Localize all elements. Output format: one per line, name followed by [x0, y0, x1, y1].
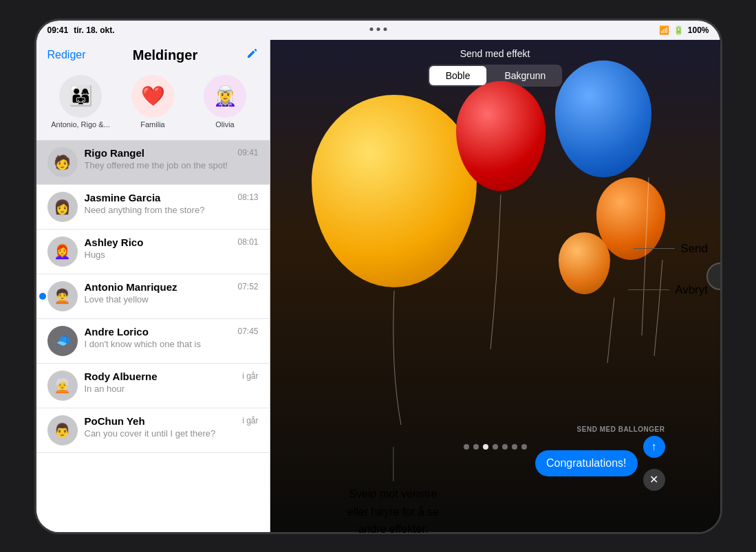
effect-tab-boble[interactable]: Boble [429, 66, 487, 85]
conv-preview-andre: I don't know which one that is [85, 339, 259, 349]
sidebar: Rediger Meldinger 👨‍👩‍👧 Antonio, Rigo [36, 40, 270, 532]
battery-pct: 100% [688, 25, 709, 35]
conv-time-jasmine: 08:13 [237, 192, 258, 202]
conv-avatar-rigo: 🧑 [47, 147, 78, 177]
conv-body-jasmine: Jasmine Garcia 08:13 Need anything from … [85, 192, 259, 215]
conversation-list: 🧑 Rigo Rangel 09:41 They offered me the … [36, 140, 270, 532]
status-right: 📶 🔋 100% [659, 25, 709, 35]
conv-name-pochun: PoChun Yeh [85, 415, 145, 427]
conv-top-jasmine: Jasmine Garcia 08:13 [85, 192, 259, 203]
avbryt-annotation-text: Avbryt [675, 283, 708, 297]
pinned-item-familia[interactable]: ❤️ Familia [122, 75, 184, 129]
dot-1 [464, 444, 469, 450]
conv-body-rody: Rody Albuerne i går In an hour [85, 371, 259, 394]
balloon-yellow [312, 95, 477, 287]
sidebar-top: Rediger Meldinger [47, 47, 259, 64]
conv-top-ashley: Ashley Rico 08:01 [85, 236, 259, 248]
page-container: 09:41 tir. 18. okt. 📶 🔋 100% Rediger Mel… [0, 0, 756, 552]
pinned-row: 👨‍👩‍👧 Antonio, Rigo &... ❤️ Familia 🧝‍♀️… [47, 72, 259, 136]
conv-time-rody: i går [242, 371, 258, 381]
pinned-item-olivia[interactable]: 🧝‍♀️ Olivia [194, 75, 256, 129]
pinned-item-antonio[interactable]: 👨‍👩‍👧 Antonio, Rigo &... [50, 75, 111, 129]
conv-item-rody[interactable]: 🧑‍🦳 Rody Albuerne i går In an hour [36, 364, 270, 408]
compose-icon [245, 47, 259, 60]
conv-item-jasmine[interactable]: 👩 Jasmine Garcia 08:13 Need anything fro… [36, 185, 270, 230]
conv-item-rigo[interactable]: 🧑 Rigo Rangel 09:41 They offered me the … [36, 140, 270, 185]
conv-avatar-andre: 🧢 [47, 326, 78, 356]
status-left: 09:41 tir. 18. okt. [47, 25, 115, 35]
bottom-annotation-line [393, 447, 393, 481]
conv-name-ashley: Ashley Rico [85, 236, 144, 248]
sidebar-title: Meldinger [86, 47, 245, 63]
conv-time-andre: 07:45 [237, 327, 258, 336]
conv-preview-rody: In an hour [85, 384, 259, 394]
pinned-avatar-antonio: 👨‍👩‍👧 [59, 75, 102, 118]
conv-preview-ashley: Hugs [85, 250, 259, 260]
cancel-x-icon: ✕ [649, 473, 658, 486]
cancel-bubble-button[interactable]: ✕ [643, 469, 665, 491]
message-bubble: Congratulations! [535, 450, 638, 476]
conv-body-andre: Andre Lorico 07:45 I don't know which on… [85, 326, 259, 349]
conv-avatar-pochun: 👨 [47, 415, 78, 445]
conv-top-rigo: Rigo Rangel 09:41 [85, 147, 259, 159]
effect-title: Send med effekt [428, 48, 563, 59]
send-label: SEND MED BALLONGER [577, 426, 665, 433]
conv-item-pochun[interactable]: 👨 PoChun Yeh i går Can you cover it unti… [36, 408, 270, 453]
dot-6 [512, 444, 517, 450]
conv-top-rody: Rody Albuerne i går [85, 371, 259, 382]
conv-item-andre[interactable]: 🧢 Andre Lorico 07:45 I don't know which … [36, 319, 270, 364]
balloon-red [456, 81, 546, 191]
edit-button[interactable]: Rediger [47, 49, 86, 61]
dot-4 [493, 444, 498, 450]
conv-time-rigo: 09:41 [237, 148, 258, 157]
pinned-avatar-familia: ❤️ [131, 75, 174, 118]
conv-avatar-jasmine: 👩 [47, 192, 78, 222]
conv-time-antonio: 07:52 [237, 282, 258, 291]
bubble-row: SEND MED BALLONGER Congratulations! ↑ ✕ [535, 426, 665, 491]
conv-time-ashley: 08:01 [237, 237, 258, 247]
conv-avatar-rody: 🧑‍🦳 [47, 371, 78, 401]
conv-top-antonio: Antonio Manriquez 07:52 [85, 281, 259, 293]
conv-name-rigo: Rigo Rangel [85, 147, 145, 159]
bottom-annotation: Sveip mot venstreeller høyre for å seand… [347, 447, 439, 538]
conv-name-jasmine: Jasmine Garcia [85, 192, 161, 203]
pinned-avatar-olivia: 🧝‍♀️ [204, 75, 246, 118]
sidebar-header: Rediger Meldinger 👨‍👩‍👧 Antonio, Rigo [36, 40, 270, 140]
effect-header: Send med effekt Boble Bakgrunn [428, 48, 563, 87]
conv-preview-pochun: Can you cover it until I get there? [85, 428, 259, 439]
conv-name-antonio: Antonio Manriquez [85, 281, 177, 293]
conv-top-andre: Andre Lorico 07:45 [85, 326, 259, 338]
bubble-action-row: Congratulations! ↑ ✕ [535, 436, 665, 491]
conv-preview-jasmine: Need anything from the store? [85, 205, 259, 215]
avbryt-annotation-line [628, 289, 669, 290]
pinned-name-familia: Familia [140, 120, 164, 129]
pinned-name-antonio: Antonio, Rigo &... [51, 120, 110, 129]
send-bubble-button[interactable]: ↑ [643, 436, 665, 458]
conv-body-rigo: Rigo Rangel 09:41 They offered me the jo… [85, 147, 259, 170]
dot-5 [502, 444, 508, 450]
send-annotation-text: Send [680, 242, 708, 256]
dot-2 [473, 444, 479, 450]
conv-name-andre: Andre Lorico [85, 326, 149, 338]
ipad-top-dots [369, 27, 387, 31]
bottom-annotation-text: Sveip mot venstreeller høyre for å seand… [347, 485, 439, 538]
bubble-buttons: ↑ ✕ [643, 436, 665, 491]
balloon-orange-small [559, 232, 610, 294]
conv-preview-antonio: Love that yellow [85, 294, 259, 305]
status-day: tir. 18. okt. [74, 25, 114, 35]
conv-item-antonio[interactable]: 🧑‍🦱 Antonio Manriquez 07:52 Love that ye… [36, 274, 270, 319]
conv-body-ashley: Ashley Rico 08:01 Hugs [85, 236, 259, 260]
conv-item-ashley[interactable]: 👩‍🦰 Ashley Rico 08:01 Hugs [36, 230, 270, 274]
send-arrow-icon: ↑ [651, 441, 657, 453]
balloon-blue [555, 60, 651, 177]
annotation-avbryt: Avbryt [628, 283, 708, 297]
compose-button[interactable] [245, 47, 259, 64]
battery-icon: 🔋 [673, 25, 684, 35]
conv-name-rody: Rody Albuerne [85, 371, 158, 382]
dot-3 [483, 444, 488, 450]
conv-avatar-antonio: 🧑‍🦱 [47, 281, 78, 311]
conv-time-pochun: i går [242, 416, 258, 426]
conv-avatar-ashley: 👩‍🦰 [47, 236, 78, 267]
annotation-send: Send [634, 242, 708, 256]
status-time: 09:41 [47, 25, 69, 35]
